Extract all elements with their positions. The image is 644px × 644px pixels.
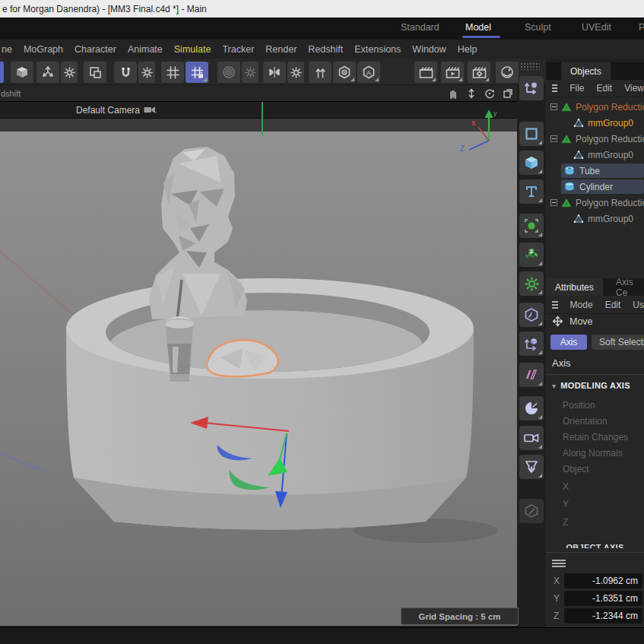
axis-settings-button[interactable] xyxy=(61,62,78,83)
rotate-icon[interactable] xyxy=(483,87,496,100)
right-dock-panel: Objects File Edit View Polygon Reduction… xyxy=(546,62,644,627)
text-button[interactable] xyxy=(519,179,544,204)
menu-item-simulate[interactable]: Simulate xyxy=(174,44,211,55)
pan-hand-icon[interactable] xyxy=(446,87,459,100)
render-view-button[interactable] xyxy=(414,62,437,83)
material-button[interactable] xyxy=(519,499,544,523)
rings-icon xyxy=(222,65,236,79)
attr-menu-user[interactable]: Us xyxy=(633,300,644,310)
volume-builder-button[interactable] xyxy=(519,243,544,267)
tab-p-cut[interactable]: P xyxy=(639,22,644,33)
objects-menu-file[interactable]: File xyxy=(569,83,584,94)
camera-menu[interactable]: Default Camera xyxy=(76,105,157,116)
collapse-icon[interactable] xyxy=(550,199,557,206)
menu-item-extensions[interactable]: Extensions xyxy=(354,44,401,55)
axis-mode-button[interactable]: Axis xyxy=(550,335,587,350)
attr-menu-edit[interactable]: Edit xyxy=(605,300,621,310)
deformer-icon xyxy=(524,307,539,322)
grid-lock-button[interactable] xyxy=(186,62,208,83)
coordinate-y-field[interactable]: -1.6351 cm xyxy=(564,591,642,606)
soft-selection-button[interactable]: Soft Selection xyxy=(592,335,644,350)
menu-item-cut[interactable]: ne xyxy=(2,44,12,55)
viewport-3d-scene[interactable] xyxy=(0,119,517,626)
render-settings-icon xyxy=(472,66,487,79)
axis-z-label: Z xyxy=(460,144,465,152)
interactive-render-button[interactable] xyxy=(496,62,519,83)
hexagon-eye-button[interactable] xyxy=(333,62,356,83)
tab-objects[interactable]: Objects xyxy=(561,62,611,80)
collapse-icon[interactable] xyxy=(550,135,557,142)
axis-cube-button[interactable] xyxy=(519,332,544,356)
rings-settings-button[interactable] xyxy=(242,62,259,83)
maximize-icon[interactable] xyxy=(501,87,514,100)
rectangle-spline-button[interactable] xyxy=(519,122,544,146)
coordinate-z-field[interactable]: -1.2344 cm xyxy=(564,608,642,623)
render-settings-button[interactable] xyxy=(468,62,490,83)
objects-menu-edit[interactable]: Edit xyxy=(597,83,613,94)
menu-item-help[interactable]: Help xyxy=(458,44,477,55)
field-label-z: Z xyxy=(563,517,568,528)
symmetry-button[interactable] xyxy=(519,363,544,387)
coordinates-hamburger-icon[interactable] xyxy=(552,558,566,569)
extrude-arrows-button[interactable] xyxy=(309,62,332,83)
menu-item-tracker[interactable]: Tracker xyxy=(222,44,254,55)
grid-quantize-button[interactable] xyxy=(161,62,184,83)
tree-row-selected[interactable]: Cylinder xyxy=(546,179,644,195)
spline-pen-button[interactable] xyxy=(519,76,544,100)
spline-pen-icon xyxy=(524,81,539,96)
field-button[interactable] xyxy=(519,214,544,238)
menu-item-redshift[interactable]: Redshift xyxy=(308,44,343,55)
boole-button[interactable] xyxy=(519,396,544,420)
tree-row[interactable]: Polygon Reduction xyxy=(546,99,644,115)
modeling-axis-header[interactable]: ▾ MODELING AXIS xyxy=(552,381,630,390)
deformer-button[interactable] xyxy=(519,303,544,327)
tab-standard[interactable]: Standard xyxy=(401,22,439,33)
tab-sculpt[interactable]: Sculpt xyxy=(525,22,551,33)
frame-button[interactable] xyxy=(84,62,106,83)
grid-lock-icon xyxy=(191,66,204,79)
hexagon-a-icon: A xyxy=(362,65,376,79)
hexagon-a-button[interactable]: A xyxy=(357,62,380,83)
tree-row[interactable]: Polygon Reduction xyxy=(546,131,644,147)
attr-menu-mode[interactable]: Mode xyxy=(570,300,593,310)
rings-button[interactable] xyxy=(217,62,240,83)
menu-item-window[interactable]: Window xyxy=(412,44,446,55)
symmetry-settings-button[interactable] xyxy=(287,62,304,83)
objects-hamburger-icon[interactable] xyxy=(552,83,557,94)
cut-toolbar-button[interactable] xyxy=(0,62,4,83)
collapse-icon[interactable] xyxy=(550,103,557,110)
render-play-button[interactable] xyxy=(441,62,464,83)
objects-menu-view[interactable]: View xyxy=(624,83,644,94)
dolly-icon[interactable] xyxy=(465,87,477,100)
menu-item-character[interactable]: Character xyxy=(75,44,116,55)
axis-modify-button[interactable] xyxy=(36,62,59,83)
coordinate-x-field[interactable]: -1.0962 cm xyxy=(564,573,642,588)
tree-row[interactable]: mmGroup0 xyxy=(546,211,644,227)
snap-settings-button[interactable] xyxy=(138,62,155,83)
axis-x-label: x xyxy=(471,119,476,127)
menu-item-animate[interactable]: Animate xyxy=(128,44,163,55)
tab-model[interactable]: Model xyxy=(465,22,491,33)
magnet-snap-button[interactable] xyxy=(114,62,137,83)
tree-row[interactable]: mmGroup0 xyxy=(546,147,644,163)
floor-funnel-button[interactable] xyxy=(519,455,544,479)
tree-row-selected[interactable]: Tube xyxy=(546,163,644,179)
tab-axis-center[interactable]: Axis Ce xyxy=(613,278,644,296)
symmetry-butterfly-button[interactable] xyxy=(263,62,286,83)
svg-text:A: A xyxy=(366,68,372,77)
simulation-gear-button[interactable] xyxy=(519,271,544,296)
field-label-position: Position xyxy=(563,400,595,411)
cube-primitive-button[interactable] xyxy=(519,151,544,175)
tree-row[interactable]: mmGroup0 xyxy=(546,115,644,131)
camera-button[interactable] xyxy=(519,426,544,450)
tab-attributes[interactable]: Attributes xyxy=(546,278,603,296)
tree-row[interactable]: Polygon Reduction xyxy=(546,195,644,211)
attributes-hamburger-icon[interactable] xyxy=(552,300,558,310)
modeling-cube-button[interactable] xyxy=(11,62,33,83)
menu-item-mograph[interactable]: MoGraph xyxy=(24,44,63,55)
menu-item-render[interactable]: Render xyxy=(265,44,297,55)
interactive-render-icon xyxy=(500,65,514,79)
panel-drag-handle[interactable] xyxy=(520,62,540,70)
tab-uvedit[interactable]: UVEdit xyxy=(582,22,611,33)
active-tab-underline xyxy=(462,36,500,38)
